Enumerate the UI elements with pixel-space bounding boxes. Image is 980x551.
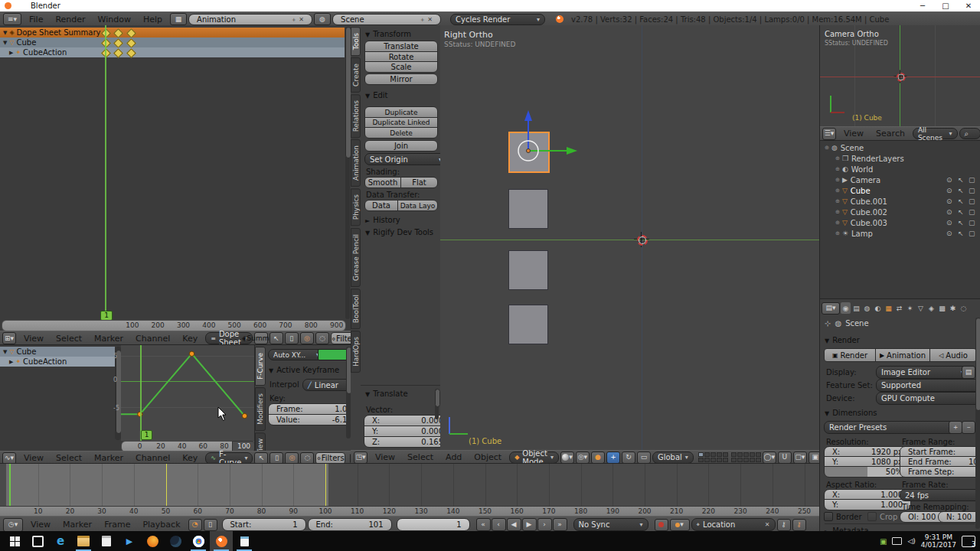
file-explorer-taskbar-icon[interactable] [72, 531, 95, 551]
smooth-button[interactable]: Smooth [364, 177, 401, 188]
viewport-3d[interactable]: Right Ortho SStatus: UNDEFINED (1) Cube [440, 25, 819, 450]
layer-cell[interactable] [750, 452, 755, 457]
translate-z-field[interactable]: Z:0.165 [364, 436, 452, 448]
toolshelf-tab-relations[interactable]: Relations [351, 94, 361, 138]
visibility-eye-icon[interactable]: ⊙ [946, 230, 952, 237]
cube-object-2[interactable] [508, 189, 548, 229]
fcurve-channel-selector[interactable]: Auto XY...▾ [268, 349, 325, 360]
audio-button[interactable]: ◁Audio [929, 348, 977, 362]
viewport-editor-icon[interactable]: ◳▾ [354, 452, 368, 464]
tray-volume-icon[interactable]: ◁) [907, 537, 915, 545]
expand-dot-icon[interactable]: ⊕ [825, 145, 829, 151]
insert-keyframe-icon[interactable]: ⚷ [777, 519, 791, 531]
viewport-menu-add[interactable]: Add [439, 451, 468, 464]
expand-dot-icon[interactable]: ⊕ [835, 155, 840, 161]
modifiers-tab[interactable]: ✶ [905, 302, 915, 314]
visibility-eye-icon[interactable]: ⊙ [946, 197, 952, 205]
visibility-eye-icon[interactable]: ⊙ [946, 187, 952, 194]
select-mode-icon[interactable]: ↖ [270, 332, 283, 344]
dopesheet-menu-select[interactable]: Select [50, 332, 88, 345]
outliner-item-camera[interactable]: ⊕▶Camera⊙↖▢ [822, 174, 975, 185]
snap-magnet-icon[interactable]: U [778, 452, 792, 464]
layer-cell[interactable] [704, 458, 710, 462]
graph-y-scrollbar[interactable] [115, 347, 121, 440]
timeline-editor-icon[interactable]: ◷▾ [3, 518, 23, 532]
timeline-menu-frame[interactable]: Frame [98, 518, 136, 531]
manipulator-axis-icon[interactable]: ● [591, 452, 605, 464]
mode-selector[interactable]: ◆Object Mode▾ [509, 452, 559, 464]
translate-manipulator-icon[interactable]: + [606, 452, 620, 464]
set-origin-dropdown[interactable]: Set Origin▾ [364, 153, 447, 165]
layer-cell[interactable] [737, 458, 743, 462]
add-preset-icon[interactable]: ＋ [949, 421, 962, 434]
timeline-menu-playback[interactable]: Playback [136, 518, 186, 531]
pin-icon[interactable]: ⊹ [825, 319, 831, 328]
dopesheet-ruler[interactable]: 100200300400500600700800900 [2, 320, 346, 331]
tray-network-icon[interactable] [892, 537, 902, 545]
play-button[interactable]: ▶ [522, 518, 537, 531]
expand-dot-icon[interactable]: ⊕ [835, 177, 840, 183]
zoom-lens-icon[interactable]: ◌ [315, 332, 329, 344]
snap-target-icon[interactable]: ◎ [300, 332, 314, 344]
world-tab[interactable]: ◐ [873, 302, 883, 314]
layer-cell[interactable] [756, 458, 761, 462]
graph-sidebar-tab-modifiers[interactable]: Modifiers [255, 387, 266, 431]
outliner-item-lamp[interactable]: ⊕☀Lamp⊙↖▢ [822, 228, 975, 239]
expand-dot-icon[interactable]: ⊕ [835, 187, 840, 194]
graph-current-frame-line[interactable] [140, 345, 142, 441]
device-selector[interactable]: GPU Compute▾ [876, 392, 980, 405]
info-menu-render[interactable]: Render [49, 13, 91, 26]
toolshelf-tab-animation[interactable]: Animation [351, 139, 361, 187]
texture-tab[interactable]: ▩ [937, 302, 947, 314]
keying-set-icon[interactable]: ▾ [670, 519, 690, 531]
material-tab[interactable]: ◈ [926, 302, 936, 314]
ghost-frames-icon[interactable]: ▯ [285, 332, 299, 344]
outliner-item-scene[interactable]: ⊕◍Scene [822, 142, 975, 153]
expand-icon[interactable]: ▶ [9, 50, 13, 56]
minimize-button[interactable]: ─ [911, 2, 934, 10]
dope-channel-action[interactable]: ▶✦CubeAction [0, 47, 345, 57]
dopesheet-menu-key[interactable]: Key [176, 332, 204, 345]
fcurve-keyframe[interactable] [242, 413, 247, 418]
render-panel-title[interactable]: ▼Render [825, 336, 860, 344]
selectability-icon[interactable]: ↖ [958, 176, 964, 184]
info-menu-help[interactable]: Help [137, 13, 168, 26]
visibility-eye-icon[interactable]: ⊙ [946, 219, 952, 227]
aspect-y-field[interactable]: Y:1.000 [824, 499, 911, 510]
timeline-current-frame-line[interactable] [9, 464, 11, 506]
display-selector[interactable]: Image Editor▾ [876, 366, 969, 379]
translate-y-field[interactable]: Y:0.000 [364, 425, 452, 437]
render-toggle-icon[interactable]: ▢ [969, 219, 975, 227]
info-menu-window[interactable]: Window [92, 13, 137, 26]
toolshelf-tab-create[interactable]: Create [351, 57, 361, 93]
next-keyframe-button[interactable]: › [537, 518, 552, 531]
steam-taskbar-icon[interactable] [164, 531, 187, 551]
frame-rate-selector[interactable]: 24 fps▾ [900, 489, 980, 501]
physics-tab[interactable]: ◌ [959, 302, 969, 314]
expand-icon[interactable]: ▶ [9, 359, 13, 365]
outliner-item-cube.003[interactable]: ⊕▽Cube.003⊙↖▢ [822, 217, 975, 228]
properties-editor-icon[interactable]: ▤▾ [822, 302, 840, 315]
dopesheet-menu-marker[interactable]: Marker [88, 332, 129, 345]
snap-element-icon[interactable]: ▢▾ [793, 452, 807, 464]
notepad-taskbar-icon[interactable] [233, 531, 256, 551]
chrome-taskbar-icon[interactable] [187, 531, 210, 551]
visibility-eye-icon[interactable]: ⊙ [946, 208, 952, 216]
object-tab[interactable]: ▦ [884, 302, 893, 314]
tray-clock[interactable]: 9:31 PM 4/01/2017 [921, 533, 956, 549]
layer-group-1[interactable] [698, 452, 728, 462]
proportional-edit-icon[interactable]: ◯▾ [763, 452, 776, 464]
end-frame-input[interactable]: End:101 [308, 518, 392, 531]
scale-button[interactable]: Scale [364, 61, 438, 73]
render-toggle-icon[interactable]: ▢ [969, 197, 975, 205]
layer-cell[interactable] [743, 452, 749, 457]
record-button[interactable] [655, 519, 668, 531]
timeline-ruler[interactable]: 1020304050607080901001101201301401501601… [0, 506, 819, 517]
dopesheet-editor-icon[interactable]: ⊞▾ [2, 332, 16, 344]
animation-button[interactable]: ▶Animation [875, 348, 930, 362]
blender-taskbar-icon[interactable] [210, 531, 233, 551]
selectability-icon[interactable]: ↖ [958, 230, 964, 237]
sync-mode-selector[interactable]: No Sync▾ [573, 518, 648, 531]
jump-to-end-button[interactable]: » [553, 518, 567, 531]
delete-button[interactable]: Delete [364, 127, 438, 139]
